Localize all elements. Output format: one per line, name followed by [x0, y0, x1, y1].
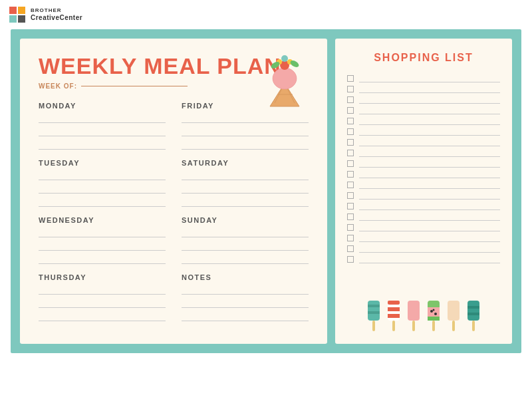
- shopping-item: [347, 138, 500, 146]
- checkbox[interactable]: [347, 192, 354, 199]
- popsicle-decoration-area: [347, 295, 500, 335]
- item-line: [359, 160, 500, 168]
- day-label-saturday: SATURDAY: [182, 159, 309, 167]
- day-wednesday: WEDNESDAY: [39, 216, 166, 264]
- svg-rect-30: [428, 317, 440, 321]
- day-line: [182, 285, 309, 295]
- svg-rect-2: [9, 15, 17, 23]
- day-line: [39, 198, 166, 207]
- shopping-item: [347, 213, 500, 221]
- shopping-item: [347, 170, 500, 178]
- svg-rect-20: [372, 321, 375, 331]
- day-tuesday: TUESDAY: [39, 159, 166, 207]
- item-line: [359, 149, 500, 157]
- svg-point-14: [282, 63, 287, 68]
- day-label-thursday: THURSDAY: [39, 273, 166, 281]
- checkbox[interactable]: [347, 182, 354, 188]
- day-lines-thursday: [39, 285, 166, 321]
- day-label-notes: NOTES: [182, 273, 309, 281]
- shopping-item: [347, 245, 500, 253]
- shopping-item: [347, 96, 500, 104]
- shopping-item: [347, 117, 500, 125]
- outer-wrapper: WEEKLY MEAL PLAN WEEK OF: MONDAY FRIDAY: [11, 29, 521, 353]
- checkbox[interactable]: [347, 256, 354, 263]
- day-notes: NOTES: [182, 273, 309, 321]
- checkbox[interactable]: [347, 245, 354, 252]
- week-of-label: WEEK OF:: [39, 82, 77, 90]
- item-line: [359, 213, 500, 221]
- svg-rect-27: [412, 321, 415, 331]
- svg-rect-40: [472, 321, 475, 331]
- checkbox[interactable]: [347, 96, 354, 103]
- days-grid: MONDAY FRIDAY TUESDAY: [39, 102, 309, 331]
- logo-text: BROTHER CreativeCenter: [31, 8, 82, 21]
- item-line: [359, 234, 500, 242]
- svg-rect-37: [467, 301, 479, 321]
- day-line: [182, 299, 309, 308]
- svg-rect-24: [388, 314, 400, 318]
- svg-rect-22: [388, 301, 400, 305]
- day-lines-monday: [39, 114, 166, 150]
- day-line: [39, 299, 166, 308]
- day-thursday: THURSDAY: [39, 273, 166, 321]
- shopping-item: [347, 223, 500, 231]
- checkbox[interactable]: [347, 224, 354, 231]
- checkbox[interactable]: [347, 75, 354, 82]
- item-line: [359, 96, 500, 104]
- day-lines-notes: [182, 285, 309, 321]
- item-line: [359, 223, 500, 231]
- shopping-item: [347, 192, 500, 200]
- svg-point-33: [432, 309, 434, 311]
- svg-rect-0: [9, 7, 17, 14]
- popsicle-red-icon: [385, 298, 402, 335]
- checkbox[interactable]: [347, 128, 354, 135]
- day-line: [182, 114, 309, 123]
- shopping-list-card: SHOPPING LIST: [335, 39, 512, 344]
- checkbox[interactable]: [347, 235, 354, 241]
- day-line: [182, 198, 309, 207]
- popsicle-pink-icon: [405, 298, 422, 335]
- shopping-item: [347, 255, 500, 263]
- checkbox[interactable]: [347, 86, 354, 92]
- item-line: [359, 202, 500, 210]
- shopping-item: [347, 149, 500, 157]
- day-line: [39, 114, 166, 123]
- day-line: [182, 255, 309, 264]
- item-line: [359, 170, 500, 178]
- checkbox[interactable]: [347, 213, 354, 220]
- day-line: [39, 140, 166, 150]
- checkbox[interactable]: [347, 107, 354, 114]
- svg-rect-25: [392, 321, 395, 331]
- svg-point-9: [273, 68, 297, 89]
- svg-rect-36: [452, 321, 455, 331]
- day-line: [182, 228, 309, 237]
- day-line: [39, 127, 166, 136]
- checkbox[interactable]: [347, 150, 354, 156]
- day-label-sunday: SUNDAY: [182, 216, 309, 224]
- svg-rect-19: [368, 311, 380, 314]
- day-lines-tuesday: [39, 171, 166, 207]
- popsicle-teal-icon: [365, 298, 382, 335]
- shopping-item: [347, 85, 500, 93]
- day-label-wednesday: WEDNESDAY: [39, 216, 166, 224]
- brother-logo-icon: [8, 5, 27, 24]
- brand-name-cc: CreativeCenter: [31, 14, 82, 21]
- checkbox[interactable]: [347, 203, 354, 209]
- checkbox[interactable]: [347, 160, 354, 167]
- day-lines-wednesday: [39, 228, 166, 264]
- day-line: [182, 184, 309, 194]
- item-line: [359, 192, 500, 200]
- shopping-item: [347, 181, 500, 189]
- item-line: [359, 117, 500, 125]
- day-line: [182, 140, 309, 150]
- checkbox[interactable]: [347, 118, 354, 124]
- svg-rect-34: [432, 321, 435, 331]
- checkbox[interactable]: [347, 139, 354, 146]
- day-line: [39, 255, 166, 264]
- day-monday: MONDAY: [39, 102, 166, 150]
- svg-rect-23: [388, 307, 400, 311]
- checkbox[interactable]: [347, 171, 354, 178]
- popsicle-cream-icon: [445, 298, 462, 335]
- day-sunday: SUNDAY: [182, 216, 309, 264]
- svg-rect-18: [368, 305, 380, 307]
